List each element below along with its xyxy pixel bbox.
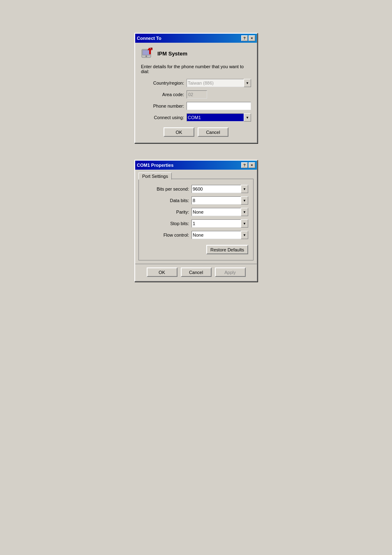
restore-defaults-button[interactable]: Restore Defaults <box>206 245 248 254</box>
description-text: Enter details for the phone number that … <box>141 64 251 74</box>
bits-label: Bits per second: <box>144 187 189 191</box>
help-button-1[interactable]: ? <box>241 35 248 41</box>
phone-label: Phone number: <box>141 104 184 108</box>
tab-strip: Port Settings <box>138 172 254 179</box>
bits-row: Bits per second: 9600 ▼ <box>144 185 248 193</box>
tab-container: Port Settings Bits per second: 9600 ▼ <box>138 172 254 260</box>
parity-label: Parity: <box>144 210 189 214</box>
close-button-2[interactable]: × <box>249 162 255 168</box>
title-bar-controls-1: ? × <box>241 35 255 41</box>
dialog1-ok-button[interactable]: OK <box>164 127 194 137</box>
connect-to-dialog: Connect To ? × IPM System Enter details … <box>134 33 258 143</box>
title-text-1: Connect To <box>137 36 161 41</box>
connect-using-row: Connect using: COM1 ▼ <box>141 113 251 122</box>
dialog1-body: IPM System Enter details for the phone n… <box>135 43 257 143</box>
title-bar-1: Connect To ? × <box>135 34 257 43</box>
help-button-2[interactable]: ? <box>241 162 248 168</box>
dialog2-cancel-button[interactable]: Cancel <box>181 267 212 277</box>
parity-select-wrapper: None ▼ <box>191 208 248 216</box>
connect-using-select[interactable]: COM1 <box>187 113 251 122</box>
dialog1-cancel-button[interactable]: Cancel <box>198 127 228 137</box>
connect-using-label: Connect using: <box>141 115 184 120</box>
app-name-label: IPM System <box>157 51 187 57</box>
area-code-label: Area code: <box>141 92 184 97</box>
stop-bits-select-wrapper: 1 ▼ <box>191 219 248 228</box>
tab-content: Bits per second: 9600 ▼ Data bits: <box>138 179 254 260</box>
svg-point-2 <box>145 55 147 57</box>
country-select[interactable]: Taiwan (886) <box>187 79 251 87</box>
flow-label: Flow control: <box>144 233 189 237</box>
dialog2-ok-button[interactable]: OK <box>147 267 178 277</box>
flow-row: Flow control: None ▼ <box>144 231 248 239</box>
phone-input[interactable] <box>187 102 251 110</box>
phone-icon <box>141 47 154 60</box>
svg-rect-1 <box>143 50 150 55</box>
title-text-2: COM1 Properties <box>137 163 173 168</box>
com1-properties-dialog: COM1 Properties ? × Port Settings Bits p… <box>134 160 258 282</box>
country-select-wrapper: Taiwan (886) ▼ <box>187 79 251 87</box>
dialog2-buttons: OK Cancel Apply <box>135 264 257 281</box>
flow-select-wrapper: None ▼ <box>191 231 248 239</box>
stop-bits-label: Stop bits: <box>144 221 189 226</box>
title-bar-title-2: COM1 Properties <box>137 163 173 168</box>
flow-select[interactable]: None <box>191 231 248 239</box>
data-bits-select[interactable]: 8 <box>191 196 248 205</box>
data-bits-label: Data bits: <box>144 198 189 203</box>
data-bits-select-wrapper: 8 ▼ <box>191 196 248 205</box>
port-settings-tab[interactable]: Port Settings <box>138 173 172 180</box>
close-button-1[interactable]: × <box>249 35 255 41</box>
phone-row: Phone number: <box>141 102 251 110</box>
area-code-row: Area code: <box>141 90 251 99</box>
connect-select-wrapper: COM1 ▼ <box>187 113 251 122</box>
area-code-input[interactable] <box>187 90 207 99</box>
dialog1-buttons: OK Cancel <box>141 127 251 137</box>
stop-bits-select[interactable]: 1 <box>191 219 248 228</box>
title-bar-controls-2: ? × <box>241 162 255 168</box>
bits-select-wrapper: 9600 ▼ <box>191 185 248 193</box>
country-label: Country/region: <box>141 81 184 85</box>
title-bar-2: COM1 Properties ? × <box>135 161 257 170</box>
data-bits-row: Data bits: 8 ▼ <box>144 196 248 205</box>
parity-row: Parity: None ▼ <box>144 208 248 216</box>
dialog2-apply-button[interactable]: Apply <box>215 267 246 277</box>
parity-select[interactable]: None <box>191 208 248 216</box>
title-bar-title-1: Connect To <box>137 36 161 41</box>
country-row: Country/region: Taiwan (886) ▼ <box>141 79 251 87</box>
stop-bits-row: Stop bits: 1 ▼ <box>144 219 248 228</box>
bits-select[interactable]: 9600 <box>191 185 248 193</box>
app-header: IPM System <box>141 47 251 60</box>
